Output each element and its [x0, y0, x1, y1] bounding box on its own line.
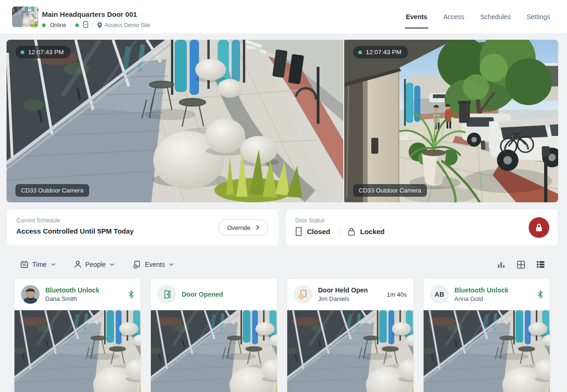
location-pin-icon [97, 22, 102, 29]
online-status-label: Online [50, 22, 66, 29]
camera-feed-right[interactable]: 12:07:43 PM CD33 Outdoor Camera [344, 40, 558, 202]
event-card-header: Door Opened [151, 278, 277, 310]
door-event-clock-icon [133, 261, 141, 269]
list-view-icon[interactable] [537, 261, 545, 268]
door-reader-icon [83, 21, 88, 29]
event-card-text: Bluetooth Unlock Anna Gold [454, 286, 532, 303]
schedule-label: Current Schedule [16, 217, 60, 224]
grid-view-icon[interactable] [517, 261, 525, 269]
override-label: Override [227, 224, 250, 231]
event-title: Bluetooth Unlock [454, 286, 532, 294]
calendar-icon [21, 261, 28, 268]
avatar-photo [21, 285, 40, 304]
event-card-door-held-open[interactable]: Door Held Open Jim Daniels 1m 40s [287, 278, 414, 392]
timestamp-overlay: 12:07:43 PM [353, 46, 408, 58]
event-card-bluetooth-unlock-dana[interactable]: Bluetooth Unlock Dana Smith [14, 278, 141, 392]
view-toggle-group [497, 261, 545, 269]
chevron-right-icon [256, 225, 259, 230]
event-person: Dana Smith [45, 295, 122, 302]
filter-dropdowns: Time People Events [21, 261, 174, 269]
bluetooth-icon [537, 290, 543, 299]
chart-view-icon[interactable] [497, 261, 505, 268]
door-held-open-icon [294, 285, 312, 304]
tab-settings[interactable]: Settings [526, 0, 550, 33]
live-camera-strip: 12:07:43 PM CD33 Outdoor Camera 12:07:43… [7, 40, 558, 202]
camera-feed-left[interactable]: 12:07:43 PM CD33 Outdoor Camera [7, 40, 343, 202]
door-thumbnail [12, 7, 38, 27]
event-card-text: Door Held Open Jim Daniels [318, 286, 381, 303]
timestamp-text: 12:07:43 PM [366, 49, 402, 56]
event-duration: 1m 40s [387, 291, 407, 298]
event-thumbnail [287, 310, 413, 392]
door-status-panel: Door Status Closed Locked [285, 209, 558, 246]
door-closed-icon [295, 227, 302, 236]
page-title: Main Headquarters Door 001 [42, 10, 137, 18]
door-locked-value: Locked [360, 228, 385, 235]
event-person: Anna Gold [454, 295, 532, 302]
camera-name-overlay: CD33 Outdoor Camera [15, 184, 89, 197]
online-status-dot-icon [42, 23, 46, 27]
event-person: Jim Daniels [318, 295, 381, 302]
time-filter-label: Time [32, 261, 47, 268]
event-card-text: Bluetooth Unlock Dana Smith [45, 286, 122, 303]
event-card-bluetooth-unlock-anna[interactable]: AB Bluetooth Unlock Anna Gold [423, 278, 550, 392]
tab-access[interactable]: Access [443, 0, 464, 33]
timestamp-overlay: 12:07:43 PM [15, 46, 71, 58]
people-filter-dropdown[interactable]: People [74, 261, 115, 268]
event-thumbnail [14, 310, 141, 392]
event-thumbnail [424, 310, 550, 392]
events-filter-label: Events [145, 261, 165, 268]
avatar-initials-text: AB [435, 291, 445, 298]
chevron-down-icon [110, 263, 114, 266]
current-schedule-panel: Current Schedule Access Controlled Until… [7, 209, 279, 246]
event-title: Door Opened [182, 291, 270, 299]
live-dot-icon [358, 50, 362, 54]
tab-schedules[interactable]: Schedules [480, 0, 510, 33]
tab-events[interactable]: Events [406, 0, 427, 33]
reader-status-dot-icon [75, 23, 79, 27]
event-card-list: Bluetooth Unlock Dana Smith Door Opened [14, 278, 550, 392]
chevron-down-icon [51, 263, 56, 266]
people-filter-label: People [85, 261, 106, 268]
padlock-icon [347, 227, 355, 236]
site-link[interactable]: Access Demo Site [97, 22, 150, 29]
event-title: Door Held Open [318, 286, 381, 294]
avatar-initials: AB [430, 285, 449, 304]
bluetooth-icon [128, 290, 134, 299]
live-dot-icon [21, 50, 24, 54]
door-status-row: Online Access Demo Site [42, 21, 150, 29]
event-thumbnail [151, 310, 277, 392]
door-opened-icon [157, 285, 176, 304]
separator [92, 22, 93, 28]
separator [71, 22, 71, 28]
event-title: Bluetooth Unlock [45, 286, 122, 294]
override-button[interactable]: Override [218, 220, 268, 236]
lock-icon [535, 223, 543, 232]
timestamp-text: 12:07:43 PM [28, 49, 64, 56]
events-filter-bar: Time People Events [21, 257, 545, 271]
event-card-header: AB Bluetooth Unlock Anna Gold [424, 278, 550, 310]
events-filter-dropdown[interactable]: Events [133, 261, 174, 269]
separator [339, 228, 339, 235]
lock-unlock-button[interactable] [529, 217, 549, 238]
person-icon [74, 261, 81, 268]
event-card-header: Bluetooth Unlock Dana Smith [14, 278, 141, 310]
schedule-value: Access Controlled Until 5PM Today [16, 227, 134, 235]
site-name: Access Demo Site [105, 22, 150, 29]
page-header: Main Headquarters Door 001 Online Access… [0, 0, 567, 34]
door-status-values: Closed Locked [295, 227, 385, 236]
door-status-label: Door Status [295, 217, 325, 224]
event-card-header: Door Held Open Jim Daniels 1m 40s [287, 278, 413, 310]
event-card-text: Door Opened [182, 291, 270, 299]
top-nav: Events Access Schedules Settings [406, 0, 550, 33]
camera-name-overlay: CD33 Outdoor Camera [353, 184, 427, 197]
chevron-down-icon [169, 263, 174, 266]
event-card-door-opened[interactable]: Door Opened [150, 278, 277, 392]
time-filter-dropdown[interactable]: Time [21, 261, 56, 268]
door-closed-value: Closed [307, 228, 330, 235]
